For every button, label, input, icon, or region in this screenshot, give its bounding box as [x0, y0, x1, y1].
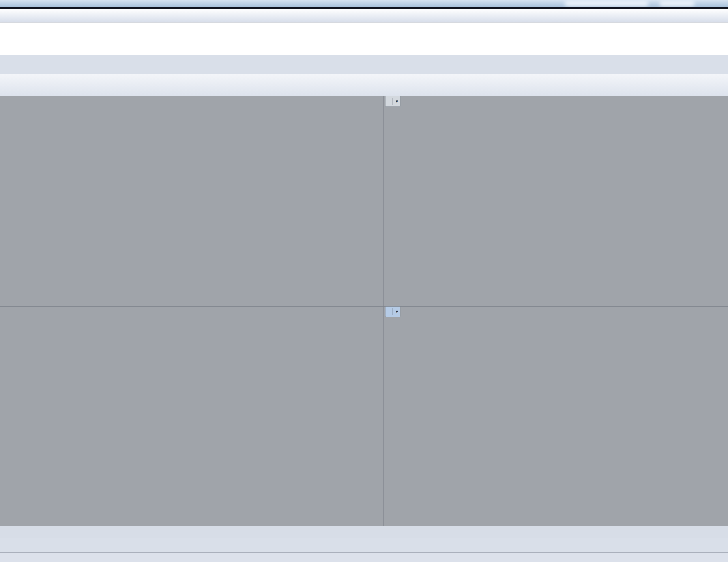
perspective-viewport-label[interactable]: ▾: [385, 96, 400, 107]
viewport-tabs-row: [0, 526, 728, 538]
label-separator: [393, 98, 393, 105]
top-viewport[interactable]: [0, 96, 383, 306]
command-area-divider: [0, 44, 728, 44]
titlebar-blur: [565, 0, 648, 6]
menu-bar: [0, 9, 728, 22]
command-line: [0, 23, 728, 23]
command-history-area[interactable]: [0, 22, 728, 55]
perspective-viewport-canvas[interactable]: [384, 96, 728, 306]
viewport-area: ▾ ▾: [0, 96, 728, 526]
chevron-down-icon[interactable]: ▾: [396, 99, 398, 104]
titlebar-blur: [659, 0, 695, 6]
perspective-viewport[interactable]: ▾: [384, 96, 728, 306]
right-viewport[interactable]: ▾: [384, 306, 728, 526]
front-viewport-canvas[interactable]: [0, 306, 383, 526]
front-viewport[interactable]: [0, 306, 383, 526]
window-border-strip: [0, 7, 728, 9]
toolbar-tab-band: [0, 55, 728, 74]
right-viewport-canvas[interactable]: [384, 306, 728, 526]
chevron-down-icon[interactable]: ▾: [396, 309, 398, 314]
top-viewport-canvas[interactable]: [0, 96, 383, 306]
osnap-bar: [0, 538, 728, 552]
status-bar: [0, 552, 728, 562]
right-viewport-label[interactable]: ▾: [385, 306, 400, 317]
main-toolbar: [0, 74, 728, 96]
label-separator: [393, 308, 393, 315]
title-bar: [0, 0, 728, 7]
